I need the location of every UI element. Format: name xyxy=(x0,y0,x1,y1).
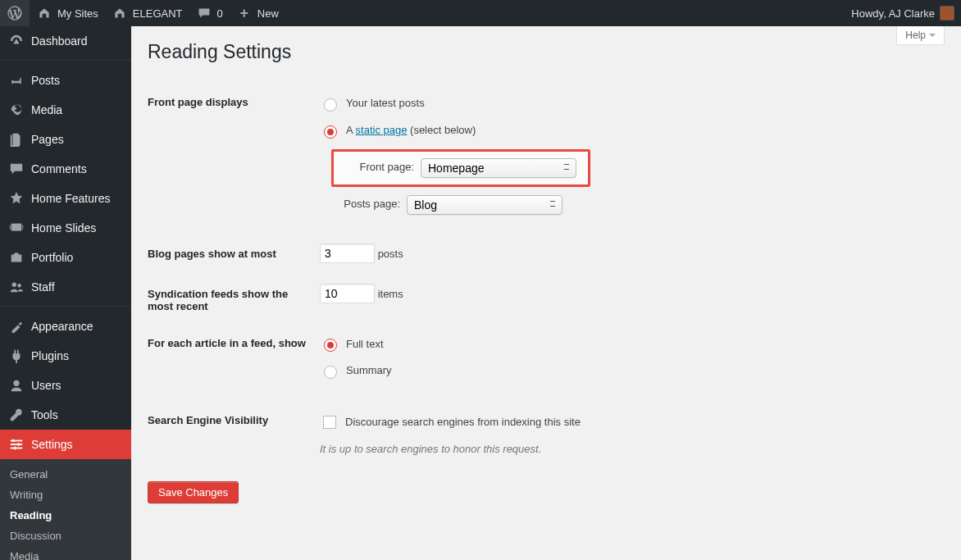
syndication-input[interactable] xyxy=(320,284,375,303)
sidebar-item-posts[interactable]: Posts xyxy=(0,66,131,95)
settings-icon xyxy=(8,436,25,453)
my-sites-link[interactable]: My Sites xyxy=(30,0,105,26)
help-tab[interactable]: Help xyxy=(896,26,945,45)
svg-rect-10 xyxy=(13,439,15,443)
sidebar-item-home-features[interactable]: Home Features xyxy=(0,184,131,213)
media-icon xyxy=(8,102,25,118)
radio-latest-posts-label: Your latest posts xyxy=(346,95,425,112)
sidebar-item-users[interactable]: Users xyxy=(0,371,131,400)
sidebar-item-settings[interactable]: Settings xyxy=(0,430,131,459)
plugins-icon xyxy=(8,348,25,364)
comments-link[interactable]: 0 xyxy=(189,0,230,26)
blog-pages-label: Blog pages show at most xyxy=(148,235,320,275)
seo-discourage-label: Discourage search engines from indexing … xyxy=(345,414,581,431)
svg-rect-3 xyxy=(22,225,23,229)
syndication-unit: items xyxy=(378,288,403,300)
sidebar-item-appearance[interactable]: Appearance xyxy=(0,312,131,341)
help-label: Help xyxy=(905,30,926,41)
wordpress-icon xyxy=(7,5,23,21)
sidebar-item-label: Posts xyxy=(31,74,60,87)
front-page-highlight: Front page: Homepage xyxy=(331,149,590,187)
page-title: Reading Settings xyxy=(148,41,945,63)
site-name-label: ELEGANT xyxy=(133,7,183,20)
sidebar-item-media[interactable]: Media xyxy=(0,95,131,125)
front-page-select[interactable]: Homepage xyxy=(421,158,576,178)
sidebar-subitem-reading[interactable]: Reading xyxy=(0,505,131,526)
sidebar-item-label: Staff xyxy=(31,280,55,294)
sidebar-item-pages[interactable]: Pages xyxy=(0,125,131,154)
wp-logo[interactable] xyxy=(0,0,30,26)
seo-discourage-checkbox[interactable] xyxy=(323,416,336,429)
sidebar-item-comments[interactable]: Comments xyxy=(0,154,131,184)
radio-static-page[interactable] xyxy=(324,125,337,139)
new-label: New xyxy=(257,7,279,20)
pages-icon xyxy=(8,131,25,148)
sidebar-item-label: Media xyxy=(31,103,62,116)
blog-pages-input[interactable] xyxy=(320,244,375,263)
comment-icon xyxy=(196,5,212,21)
front-page-select-label: Front page: xyxy=(345,159,414,176)
sidebar-item-label: Settings xyxy=(31,438,73,451)
users-icon xyxy=(8,377,25,394)
sidebar-item-label: Users xyxy=(31,379,61,392)
radio-static-page-label: A static page (select below) xyxy=(346,122,476,139)
slides-icon xyxy=(8,220,25,236)
blog-pages-unit: posts xyxy=(378,248,403,260)
svg-rect-12 xyxy=(14,447,16,450)
sidebar-item-home-slides[interactable]: Home Slides xyxy=(0,213,131,243)
svg-rect-7 xyxy=(11,440,22,442)
svg-point-5 xyxy=(17,284,21,288)
tools-icon xyxy=(8,407,25,423)
sidebar-item-label: Dashboard xyxy=(31,34,88,48)
posts-page-select[interactable]: Blog xyxy=(407,195,562,215)
sidebar-item-plugins[interactable]: Plugins xyxy=(0,341,131,371)
sidebar-item-label: Comments xyxy=(31,162,87,175)
svg-point-0 xyxy=(13,107,16,110)
sidebar-item-label: Appearance xyxy=(31,320,93,333)
seo-visibility-label: Search Engine Visibility xyxy=(148,402,320,471)
svg-point-6 xyxy=(13,380,19,386)
site-name-link[interactable]: ELEGANT xyxy=(105,0,189,26)
sidebar-subitem-writing[interactable]: Writing xyxy=(0,485,131,505)
radio-summary[interactable] xyxy=(324,366,337,379)
comment-icon xyxy=(8,161,25,177)
radio-full-text-label: Full text xyxy=(346,336,384,353)
radio-full-text[interactable] xyxy=(324,339,337,352)
comments-count: 0 xyxy=(217,7,223,20)
star-icon xyxy=(8,190,25,207)
sidebar-subitem-general[interactable]: General xyxy=(0,464,131,485)
staff-icon xyxy=(8,279,25,295)
appearance-icon xyxy=(8,318,25,335)
static-page-link[interactable]: static page xyxy=(356,124,408,136)
sidebar-item-portfolio[interactable]: Portfolio xyxy=(0,243,131,272)
radio-latest-posts[interactable] xyxy=(324,98,337,112)
svg-rect-9 xyxy=(11,448,22,449)
account-link[interactable]: Howdy, AJ Clarke xyxy=(845,0,961,26)
settings-form: Front page displays Your latest posts A … xyxy=(148,84,886,471)
sidebar-subitem-discussion[interactable]: Discussion xyxy=(0,526,131,530)
admin-sidebar: DashboardPostsMediaPagesCommentsHome Fea… xyxy=(0,26,131,530)
seo-description: It is up to search engines to honor this… xyxy=(320,441,877,458)
sidebar-item-staff[interactable]: Staff xyxy=(0,272,131,302)
svg-rect-8 xyxy=(11,444,22,445)
sidebar-item-label: Portfolio xyxy=(31,251,73,264)
syndication-label: Syndication feeds show the most recent xyxy=(148,275,320,325)
avatar xyxy=(940,6,954,20)
sidebar-item-label: Tools xyxy=(31,408,58,421)
posts-page-select-label: Posts page: xyxy=(331,196,400,213)
svg-rect-11 xyxy=(18,443,20,446)
my-sites-label: My Sites xyxy=(57,7,98,20)
pin-icon xyxy=(8,72,25,89)
sidebar-item-dashboard[interactable]: Dashboard xyxy=(0,26,131,56)
plus-icon: + xyxy=(236,5,253,21)
home-icon xyxy=(36,5,52,21)
dashboard-icon xyxy=(8,33,25,49)
main-content: Reading Settings Front page displays You… xyxy=(131,0,961,530)
save-changes-button[interactable]: Save Changes xyxy=(148,481,239,503)
portfolio-icon xyxy=(8,249,25,266)
sidebar-item-tools[interactable]: Tools xyxy=(0,400,131,430)
radio-summary-label: Summary xyxy=(346,362,392,380)
new-link[interactable]: + New xyxy=(230,0,285,26)
svg-rect-1 xyxy=(11,224,22,231)
sidebar-item-label: Plugins xyxy=(31,349,69,362)
